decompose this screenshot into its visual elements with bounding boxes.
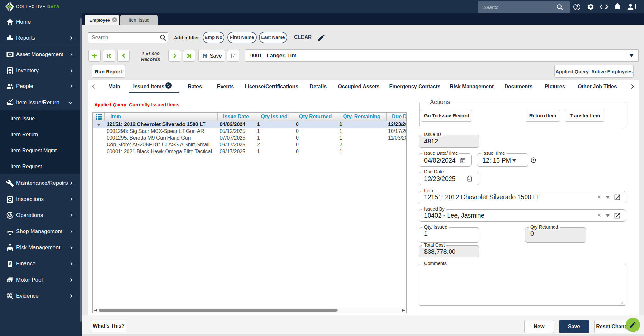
svg-text:$: $ <box>9 262 11 266</box>
